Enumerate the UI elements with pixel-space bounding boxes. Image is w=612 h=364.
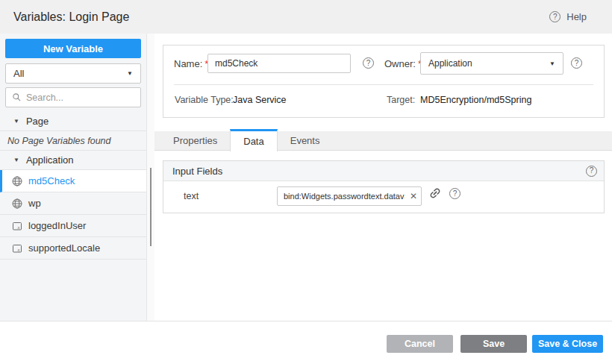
owner-dropdown[interactable]: Application ▼ [420, 52, 563, 75]
save-button[interactable]: Save [460, 335, 527, 353]
sidebar-scroll-gutter [146, 34, 154, 321]
name-label-text: Name: [174, 58, 202, 69]
name-field[interactable] [207, 54, 351, 73]
input-fields-section: Input Fields ? text ✕ ? [163, 160, 605, 213]
sidebar-item-label: wp [28, 198, 41, 209]
page-variables-empty-message: No Page Variables found [0, 131, 146, 151]
svg-text:x: x [17, 247, 20, 252]
scrollbar-thumb[interactable] [150, 168, 152, 246]
owner-help-icon[interactable]: ? [571, 57, 582, 69]
caret-down-icon: ▼ [13, 118, 19, 125]
dialog-header: Variables: Login Page ? Help [0, 0, 612, 34]
footer-divider [0, 321, 612, 321]
variable-type-value: Java Service [233, 95, 287, 105]
input-fields-help-icon[interactable]: ? [586, 166, 597, 177]
sidebar-item-label: md5Check [28, 175, 75, 186]
name-label: Name:* [174, 54, 208, 73]
sidebar-item-md5check[interactable]: md5Check [0, 170, 146, 192]
variables-tree: ▼ Page No Page Variables found ▼ Applica… [0, 112, 146, 260]
input-fields-body: text ✕ ? [163, 181, 604, 213]
caret-down-icon: ▼ [13, 157, 19, 163]
input-fields-header: Input Fields ? [163, 161, 604, 181]
field-text-help-icon[interactable]: ? [449, 188, 460, 199]
bind-expression-input[interactable] [278, 192, 406, 201]
help-label: Help [566, 11, 587, 22]
tree-section-application-label: Application [26, 154, 74, 166]
target-value: MD5Encryption/md5Spring [420, 95, 531, 105]
tree-section-page[interactable]: ▼ Page [0, 112, 146, 131]
search-box [5, 87, 141, 107]
help-button[interactable]: ? Help [549, 0, 587, 34]
variable-filter-dropdown[interactable]: All ▼ [5, 63, 141, 84]
sidebar-item-loggedinuser[interactable]: x loggedInUser [0, 215, 146, 237]
sidebar-item-supportedlocale[interactable]: x supportedLocale [0, 237, 146, 260]
variable-meta-row: Variable Type: Java Service Target: MD5E… [163, 95, 604, 110]
variable-type-label: Variable Type: [175, 95, 234, 105]
chevron-down-icon: ▼ [549, 60, 555, 67]
card-divider [174, 84, 593, 85]
tab-data[interactable]: Data [230, 129, 277, 151]
variable-summary-card: Name:* ? Owner:* Application ▼ ? Variabl… [163, 45, 605, 118]
target-label: Target: [387, 95, 415, 105]
clear-binding-icon[interactable]: ✕ [406, 191, 421, 201]
static-variable-icon: x [11, 242, 23, 254]
tree-section-application[interactable]: ▼ Application [0, 151, 146, 170]
sidebar-item-label: supportedLocale [28, 242, 100, 254]
new-variable-button[interactable]: New Variable [5, 39, 141, 58]
variables-sidebar: New Variable All ▼ ▼ Page No Page Variab… [0, 34, 146, 321]
bind-expression-box: ✕ [277, 186, 422, 206]
tab-properties[interactable]: Properties [160, 131, 230, 150]
svg-text:x: x [17, 225, 20, 230]
save-and-close-button[interactable]: Save & Close [532, 335, 603, 353]
chevron-down-icon: ▼ [127, 70, 133, 77]
bind-link-icon[interactable] [428, 186, 442, 200]
field-text-label: text [184, 191, 199, 201]
sidebar-item-label: loggedInUser [28, 220, 86, 231]
owner-label: Owner:* [384, 54, 422, 73]
tree-section-page-label: Page [26, 116, 49, 127]
static-variable-icon: x [11, 220, 23, 232]
tab-events[interactable]: Events [278, 131, 333, 150]
search-icon [12, 92, 22, 102]
sidebar-item-wp[interactable]: wp [0, 192, 146, 215]
service-variable-icon [11, 175, 23, 187]
owner-dropdown-value: Application [428, 58, 549, 69]
input-fields-title: Input Fields [172, 166, 586, 177]
owner-label-text: Owner: [384, 58, 416, 69]
name-help-icon[interactable]: ? [363, 57, 374, 69]
tab-bar: Properties Data Events [154, 131, 612, 151]
variable-filter-value: All [13, 68, 127, 79]
cancel-button[interactable]: Cancel [387, 335, 453, 353]
help-icon: ? [549, 11, 561, 22]
page-title: Variables: Login Page [13, 0, 129, 34]
service-variable-icon [11, 198, 23, 210]
search-input[interactable] [26, 92, 146, 103]
